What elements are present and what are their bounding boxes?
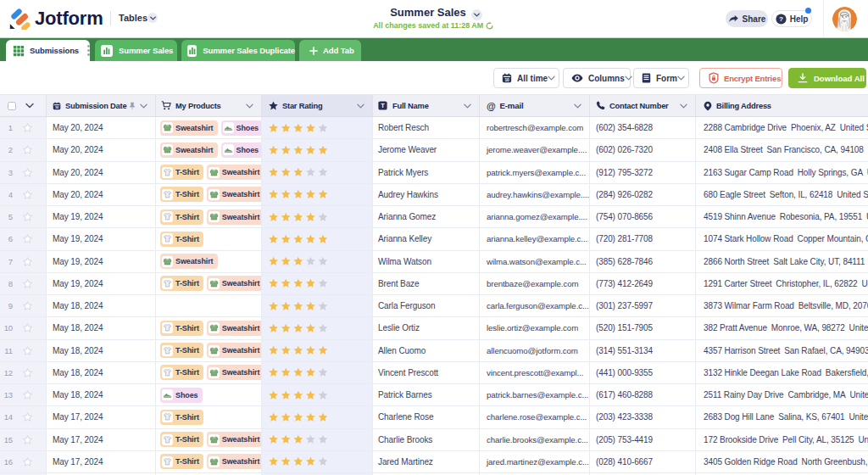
svg-text:T: T [381,102,385,109]
svg-text:?: ? [779,15,783,23]
svg-text:10: 10 [504,78,509,82]
